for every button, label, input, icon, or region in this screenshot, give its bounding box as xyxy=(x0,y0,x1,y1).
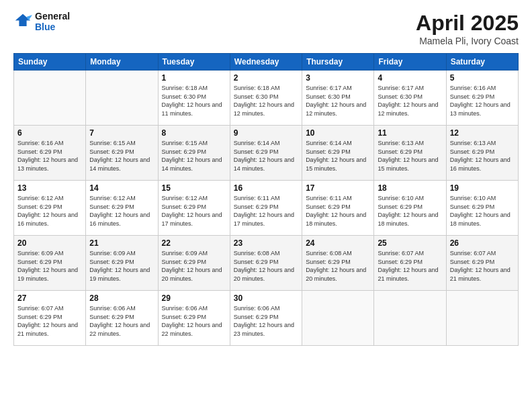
day-number: 23 xyxy=(234,238,298,248)
calendar-cell: 15Sunrise: 6:12 AM Sunset: 6:29 PM Dayli… xyxy=(158,181,230,236)
day-info: Sunrise: 6:16 AM Sunset: 6:29 PM Dayligh… xyxy=(17,139,82,173)
calendar-cell: 18Sunrise: 6:10 AM Sunset: 6:29 PM Dayli… xyxy=(374,181,446,236)
day-number: 5 xyxy=(450,73,515,83)
col-tuesday: Tuesday xyxy=(158,54,230,71)
day-info: Sunrise: 6:06 AM Sunset: 6:29 PM Dayligh… xyxy=(234,304,298,338)
day-info: Sunrise: 6:14 AM Sunset: 6:29 PM Dayligh… xyxy=(306,139,370,173)
calendar-cell: 23Sunrise: 6:08 AM Sunset: 6:29 PM Dayli… xyxy=(230,236,302,291)
logo-icon xyxy=(13,12,32,31)
day-info: Sunrise: 6:10 AM Sunset: 6:29 PM Dayligh… xyxy=(378,194,442,228)
calendar-cell: 7Sunrise: 6:15 AM Sunset: 6:29 PM Daylig… xyxy=(86,126,158,181)
day-info: Sunrise: 6:14 AM Sunset: 6:29 PM Dayligh… xyxy=(234,139,298,173)
calendar-cell: 17Sunrise: 6:11 AM Sunset: 6:29 PM Dayli… xyxy=(302,181,374,236)
col-saturday: Saturday xyxy=(446,54,518,71)
calendar-cell: 26Sunrise: 6:07 AM Sunset: 6:29 PM Dayli… xyxy=(446,236,518,291)
calendar-cell: 22Sunrise: 6:09 AM Sunset: 6:29 PM Dayli… xyxy=(158,236,230,291)
day-info: Sunrise: 6:09 AM Sunset: 6:29 PM Dayligh… xyxy=(89,249,154,283)
calendar-cell: 20Sunrise: 6:09 AM Sunset: 6:29 PM Dayli… xyxy=(14,236,86,291)
day-number: 12 xyxy=(450,128,515,138)
calendar-cell: 12Sunrise: 6:13 AM Sunset: 6:29 PM Dayli… xyxy=(446,126,518,181)
day-number: 16 xyxy=(234,183,298,193)
calendar-cell: 25Sunrise: 6:07 AM Sunset: 6:29 PM Dayli… xyxy=(374,236,446,291)
day-number: 9 xyxy=(234,128,298,138)
day-number: 10 xyxy=(306,128,370,138)
day-number: 3 xyxy=(306,73,370,83)
day-number: 13 xyxy=(17,183,82,193)
calendar-subtitle: Mamela Pli, Ivory Coast xyxy=(416,36,519,46)
col-wednesday: Wednesday xyxy=(230,54,302,71)
calendar-cell: 28Sunrise: 6:06 AM Sunset: 6:29 PM Dayli… xyxy=(86,291,158,346)
calendar-week-row: 20Sunrise: 6:09 AM Sunset: 6:29 PM Dayli… xyxy=(14,236,519,291)
day-info: Sunrise: 6:16 AM Sunset: 6:29 PM Dayligh… xyxy=(450,84,515,118)
calendar-week-row: 13Sunrise: 6:12 AM Sunset: 6:29 PM Dayli… xyxy=(14,181,519,236)
calendar-cell: 3Sunrise: 6:17 AM Sunset: 6:30 PM Daylig… xyxy=(302,71,374,126)
calendar-week-row: 6Sunrise: 6:16 AM Sunset: 6:29 PM Daylig… xyxy=(14,126,519,181)
calendar-cell: 27Sunrise: 6:07 AM Sunset: 6:29 PM Dayli… xyxy=(14,291,86,346)
day-number: 22 xyxy=(162,238,226,248)
day-number: 2 xyxy=(234,73,298,83)
day-info: Sunrise: 6:09 AM Sunset: 6:29 PM Dayligh… xyxy=(162,249,226,283)
day-info: Sunrise: 6:17 AM Sunset: 6:30 PM Dayligh… xyxy=(306,84,370,118)
day-number: 7 xyxy=(89,128,154,138)
col-sunday: Sunday xyxy=(14,54,86,71)
day-info: Sunrise: 6:12 AM Sunset: 6:29 PM Dayligh… xyxy=(89,194,154,228)
day-info: Sunrise: 6:11 AM Sunset: 6:29 PM Dayligh… xyxy=(306,194,370,228)
calendar-cell xyxy=(302,291,374,346)
day-number: 21 xyxy=(89,238,154,248)
day-info: Sunrise: 6:06 AM Sunset: 6:29 PM Dayligh… xyxy=(162,304,226,338)
calendar-table: Sunday Monday Tuesday Wednesday Thursday… xyxy=(13,53,519,346)
day-info: Sunrise: 6:13 AM Sunset: 6:29 PM Dayligh… xyxy=(378,139,442,173)
day-number: 28 xyxy=(89,293,154,303)
day-number: 24 xyxy=(306,238,370,248)
calendar-cell: 2Sunrise: 6:18 AM Sunset: 6:30 PM Daylig… xyxy=(230,71,302,126)
calendar-cell: 9Sunrise: 6:14 AM Sunset: 6:29 PM Daylig… xyxy=(230,126,302,181)
day-info: Sunrise: 6:08 AM Sunset: 6:29 PM Dayligh… xyxy=(306,249,370,283)
day-info: Sunrise: 6:18 AM Sunset: 6:30 PM Dayligh… xyxy=(162,84,226,118)
calendar-header-row: Sunday Monday Tuesday Wednesday Thursday… xyxy=(14,54,519,71)
day-number: 11 xyxy=(378,128,442,138)
day-info: Sunrise: 6:07 AM Sunset: 6:29 PM Dayligh… xyxy=(450,249,515,283)
calendar-week-row: 27Sunrise: 6:07 AM Sunset: 6:29 PM Dayli… xyxy=(14,291,519,346)
day-number: 27 xyxy=(17,293,82,303)
day-number: 8 xyxy=(162,128,226,138)
day-number: 14 xyxy=(89,183,154,193)
calendar-cell xyxy=(446,291,518,346)
col-thursday: Thursday xyxy=(302,54,374,71)
day-number: 17 xyxy=(306,183,370,193)
calendar-cell: 24Sunrise: 6:08 AM Sunset: 6:29 PM Dayli… xyxy=(302,236,374,291)
day-number: 25 xyxy=(378,238,442,248)
calendar-cell: 6Sunrise: 6:16 AM Sunset: 6:29 PM Daylig… xyxy=(14,126,86,181)
day-info: Sunrise: 6:15 AM Sunset: 6:29 PM Dayligh… xyxy=(162,139,226,173)
calendar-cell: 19Sunrise: 6:10 AM Sunset: 6:29 PM Dayli… xyxy=(446,181,518,236)
day-number: 26 xyxy=(450,238,515,248)
calendar-title: April 2025 xyxy=(416,11,519,36)
day-info: Sunrise: 6:11 AM Sunset: 6:29 PM Dayligh… xyxy=(234,194,298,228)
logo-text: General Blue xyxy=(35,11,70,32)
page-header: General Blue April 2025 Mamela Pli, Ivor… xyxy=(13,11,519,46)
day-info: Sunrise: 6:15 AM Sunset: 6:29 PM Dayligh… xyxy=(89,139,154,173)
calendar-cell: 13Sunrise: 6:12 AM Sunset: 6:29 PM Dayli… xyxy=(14,181,86,236)
calendar-cell: 1Sunrise: 6:18 AM Sunset: 6:30 PM Daylig… xyxy=(158,71,230,126)
day-info: Sunrise: 6:12 AM Sunset: 6:29 PM Dayligh… xyxy=(17,194,82,228)
day-number: 1 xyxy=(162,73,226,83)
calendar-cell: 29Sunrise: 6:06 AM Sunset: 6:29 PM Dayli… xyxy=(158,291,230,346)
svg-marker-0 xyxy=(15,14,30,26)
day-number: 29 xyxy=(162,293,226,303)
day-number: 6 xyxy=(17,128,82,138)
calendar-cell: 11Sunrise: 6:13 AM Sunset: 6:29 PM Dayli… xyxy=(374,126,446,181)
day-number: 15 xyxy=(162,183,226,193)
day-number: 19 xyxy=(450,183,515,193)
day-info: Sunrise: 6:06 AM Sunset: 6:29 PM Dayligh… xyxy=(89,304,154,338)
col-monday: Monday xyxy=(86,54,158,71)
col-friday: Friday xyxy=(374,54,446,71)
calendar-cell xyxy=(374,291,446,346)
title-block: April 2025 Mamela Pli, Ivory Coast xyxy=(416,11,519,46)
day-number: 4 xyxy=(378,73,442,83)
calendar-week-row: 1Sunrise: 6:18 AM Sunset: 6:30 PM Daylig… xyxy=(14,71,519,126)
calendar-cell: 30Sunrise: 6:06 AM Sunset: 6:29 PM Dayli… xyxy=(230,291,302,346)
day-info: Sunrise: 6:18 AM Sunset: 6:30 PM Dayligh… xyxy=(234,84,298,118)
calendar-cell: 8Sunrise: 6:15 AM Sunset: 6:29 PM Daylig… xyxy=(158,126,230,181)
calendar-cell: 5Sunrise: 6:16 AM Sunset: 6:29 PM Daylig… xyxy=(446,71,518,126)
day-info: Sunrise: 6:08 AM Sunset: 6:29 PM Dayligh… xyxy=(234,249,298,283)
day-info: Sunrise: 6:13 AM Sunset: 6:29 PM Dayligh… xyxy=(450,139,515,173)
